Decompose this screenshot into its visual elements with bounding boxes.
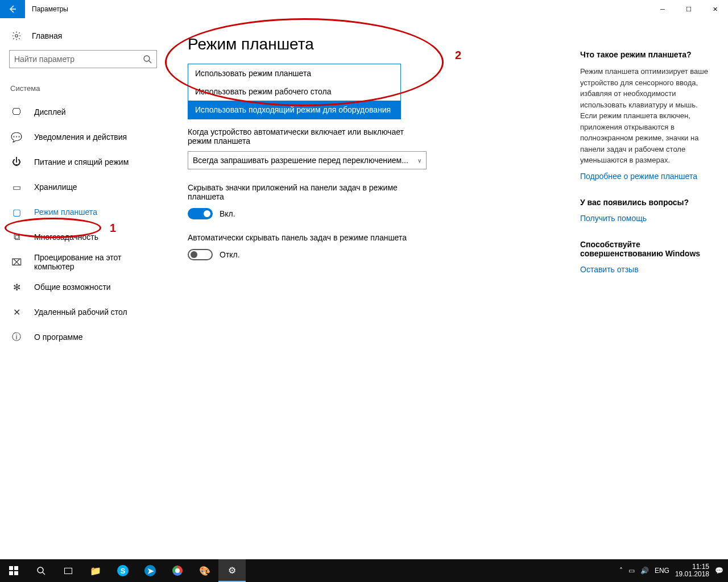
sidebar-item-about[interactable]: ⓘ О программе [9, 325, 162, 350]
power-icon: ⏻ [11, 157, 22, 167]
tray-volume-icon[interactable]: 🔊 [640, 567, 649, 575]
sidebar-item-remote[interactable]: ✕ Удаленный рабочий стол [9, 300, 162, 325]
sidebar-item-tablet-mode[interactable]: ▢ Режим планшета [9, 199, 162, 225]
svg-rect-4 [14, 566, 18, 570]
sidebar-item-label: Удаленный рабочий стол [34, 307, 127, 317]
telegram-icon: ➤ [144, 565, 156, 576]
back-button[interactable] [0, 0, 25, 18]
sidebar-item-label: Питание и спящий режим [34, 157, 129, 167]
tray-date: 19.01.2018 [675, 571, 709, 578]
taskbar-app-telegram[interactable]: ➤ [136, 559, 164, 582]
dropdown-option[interactable]: Использовать режим планшета [188, 64, 400, 82]
home-link[interactable]: Главная [9, 31, 162, 41]
storage-icon: ▭ [11, 182, 22, 192]
maximize-button[interactable]: ☐ [676, 0, 702, 18]
taskbar-app-chrome[interactable] [164, 559, 191, 582]
tray-chevron-icon[interactable]: ˄ [619, 567, 623, 575]
dropdown-option[interactable]: Использовать режим рабочего стола [188, 82, 400, 101]
arrow-left-icon [8, 5, 17, 14]
skype-icon: S [117, 565, 129, 576]
search-placeholder: Найти параметр [14, 55, 75, 64]
search-button[interactable] [27, 559, 55, 582]
tray-network-icon[interactable]: ▭ [628, 567, 635, 575]
tray-action-center-icon[interactable]: 💬 [715, 567, 723, 575]
annotation-number-1: 1 [110, 222, 116, 235]
questions-heading: У вас появились вопросы? [580, 198, 717, 207]
svg-point-7 [38, 567, 43, 573]
svg-rect-3 [9, 566, 13, 570]
display-icon: 🖵 [11, 107, 22, 117]
task-view-button[interactable] [55, 559, 82, 582]
sidebar-item-shared[interactable]: ✻ Общие возможности [9, 275, 162, 300]
taskbar-app-explorer[interactable]: 📁 [82, 559, 109, 582]
sidebar-item-display[interactable]: 🖵 Дисплей [9, 99, 162, 124]
remote-icon: ✕ [11, 307, 22, 317]
sidebar-item-label: Хранилище [34, 182, 77, 192]
folder-icon: 📁 [90, 566, 101, 576]
sidebar-item-multitasking[interactable]: ⧉ Многозадачность [9, 225, 162, 250]
sidebar-item-storage[interactable]: ▭ Хранилище [9, 174, 162, 199]
page-title: Режим планшета [188, 35, 569, 53]
projecting-icon: ⌧ [11, 257, 22, 267]
search-icon [36, 566, 46, 575]
task-view-icon [64, 568, 72, 574]
sidebar-item-notifications[interactable]: 💬 Уведомления и действия [9, 124, 162, 149]
taskbar-app-paint[interactable]: 🎨 [191, 559, 218, 582]
feedback-link[interactable]: Оставить отзыв [580, 265, 717, 274]
signin-mode-dropdown[interactable]: Использовать режим планшета Использовать… [188, 64, 401, 119]
close-button[interactable]: ✕ [702, 0, 728, 18]
toggle-state: Вкл. [220, 209, 235, 218]
search-input[interactable]: Найти параметр [9, 50, 157, 68]
sidebar-item-label: Уведомления и действия [34, 132, 127, 142]
hide-taskbar-toggle[interactable] [188, 249, 213, 260]
sidebar-item-label: Общие возможности [34, 282, 111, 292]
sidebar: Главная Найти параметр Система 🖵 Дисплей… [0, 18, 171, 559]
hide-icons-label: Скрывать значки приложений на панели зад… [188, 183, 427, 201]
learn-more-link[interactable]: Подробнее о режиме планшета [580, 172, 717, 181]
multitasking-icon: ⧉ [11, 232, 22, 242]
hide-taskbar-label: Автоматически скрывать панель задач в ре… [188, 233, 427, 242]
svg-line-8 [43, 572, 45, 575]
combo-value: Всегда запрашивать разрешение перед пере… [193, 156, 408, 165]
tray-clock[interactable]: 11:15 19.01.2018 [675, 563, 709, 578]
sidebar-item-projecting[interactable]: ⌧ Проецирование на этот компьютер [9, 250, 162, 275]
sidebar-item-label: О программе [34, 332, 83, 342]
main-content: Режим планшета Использовать режим планше… [171, 18, 580, 559]
svg-rect-5 [9, 571, 13, 575]
notifications-icon: 💬 [11, 132, 22, 142]
svg-line-2 [149, 61, 151, 63]
chevron-down-icon: ∨ [417, 157, 421, 164]
sidebar-item-label: Режим планшета [34, 207, 97, 217]
taskbar-app-settings[interactable]: ⚙ [218, 559, 246, 582]
titlebar: Параметры ─ ☐ ✕ [0, 0, 728, 18]
sidebar-item-power[interactable]: ⏻ Питание и спящий режим [9, 149, 162, 174]
toggle-state: Откл. [220, 250, 240, 259]
hide-icons-toggle[interactable] [188, 208, 213, 219]
taskbar: 📁 S ➤ 🎨 ⚙ ˄ ▭ 🔊 ENG 11:15 19.01.2018 💬 [0, 559, 728, 582]
info-text: Режим планшета оптимизирует ваше устройс… [580, 66, 717, 166]
get-help-link[interactable]: Получить помощь [580, 214, 717, 223]
home-label: Главная [32, 31, 62, 40]
feedback-heading: Способствуйте совершенствованию Windows [580, 240, 717, 258]
about-icon: ⓘ [11, 332, 22, 342]
shared-icon: ✻ [11, 282, 22, 292]
taskbar-app-skype[interactable]: S [109, 559, 136, 582]
minimize-button[interactable]: ─ [650, 0, 676, 18]
info-heading: Что такое режим планшета? [580, 50, 717, 59]
system-tray: ˄ ▭ 🔊 ENG 11:15 19.01.2018 💬 [619, 563, 728, 578]
windows-icon [9, 566, 18, 575]
tray-language[interactable]: ENG [655, 567, 669, 575]
svg-point-0 [15, 35, 18, 38]
svg-point-1 [144, 56, 150, 61]
sidebar-item-label: Проецирование на этот компьютер [34, 253, 162, 271]
category-label: Система [9, 84, 162, 93]
start-button[interactable] [0, 559, 27, 582]
dropdown-option-selected[interactable]: Использовать подходящий режим для оборуд… [188, 101, 400, 119]
tablet-icon: ▢ [11, 207, 22, 217]
auto-switch-combo[interactable]: Всегда запрашивать разрешение перед пере… [188, 151, 427, 169]
svg-rect-6 [14, 571, 18, 575]
search-icon [143, 55, 152, 64]
auto-switch-label: Когда устройство автоматически включает … [188, 127, 427, 146]
gear-icon: ⚙ [228, 565, 236, 576]
chrome-icon [172, 566, 183, 576]
